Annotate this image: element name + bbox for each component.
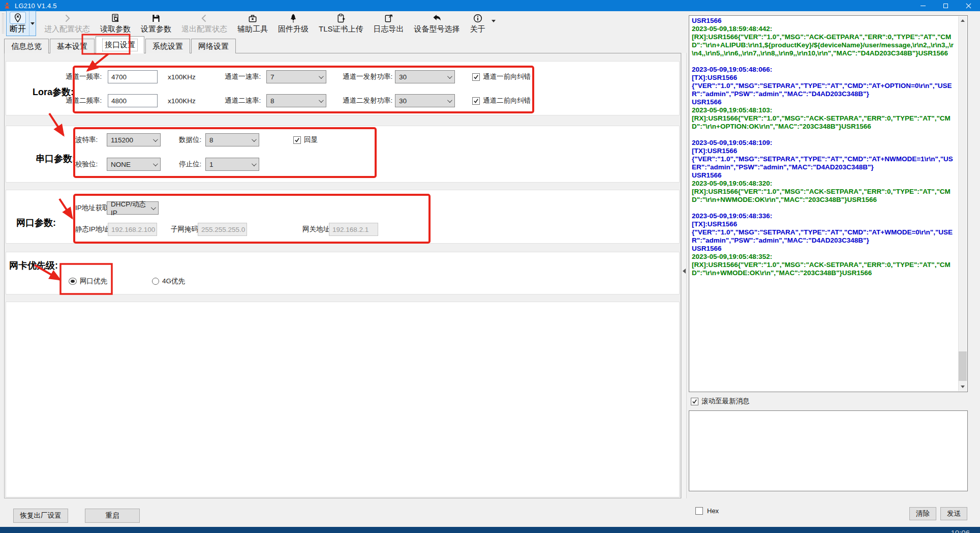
tab-network-settings[interactable]: 网络设置 — [191, 39, 236, 53]
send-input[interactable] — [689, 410, 968, 491]
app-window: LG210 V1.4.5 断开 — [0, 0, 980, 533]
stopbits-value: 1 — [209, 161, 213, 168]
send-button[interactable]: 发送 — [940, 507, 967, 520]
log-line: {"VER":"1.0","MSG":"SETPARA","TYPE":"AT"… — [692, 228, 955, 245]
close-button[interactable] — [957, 0, 980, 11]
log-line: {"VER":"1.0","MSG":"SETPARA","TYPE":"AT"… — [692, 155, 955, 171]
echo-checkbox-row[interactable]: 回显 — [293, 133, 318, 146]
tab-label: 系统设置 — [152, 42, 183, 51]
tab-strip: 信息总览 基本设置 接口设置 系统设置 网络设置 — [4, 36, 237, 53]
scroll-up-button[interactable] — [959, 16, 967, 25]
echo-checkbox[interactable] — [293, 136, 301, 144]
ethernet-priority-radio-row[interactable]: 网口优先 — [69, 275, 107, 288]
tab-interface-settings[interactable]: 接口设置 — [96, 36, 144, 53]
ch1-fec-checkbox[interactable] — [472, 73, 480, 81]
read-params-icon — [110, 13, 120, 23]
log-line: [TX]:USR1566 — [692, 147, 955, 155]
disconnect-dropdown-arrow[interactable] — [29, 11, 36, 36]
tab-basic-settings[interactable]: 基本设置 — [50, 39, 95, 53]
scrollbar-thumb[interactable] — [959, 351, 967, 381]
tab-label: 接口设置 — [103, 39, 137, 51]
close-icon — [966, 3, 971, 9]
ch1-power-select[interactable]: 30 — [395, 70, 455, 83]
log-line: 2023-05-09,19:05:48:336: — [692, 212, 955, 220]
parity-select[interactable]: NONE — [107, 158, 161, 171]
chevron-down-icon — [153, 161, 158, 166]
toolbar-item-set-params[interactable]: 设置参数 — [136, 12, 176, 35]
clear-button[interactable]: 清除 — [909, 507, 936, 520]
lora-section: Lora参数: 通道一频率: 4700 x100KHz 通道一速率: 7 通道一… — [6, 61, 680, 115]
chevron-down-icon — [30, 22, 35, 25]
toolbar-item-label: 进入配置状态 — [44, 24, 90, 34]
statusbar: 10:06 — [0, 527, 980, 533]
toolbar-item-firmware-upgrade[interactable]: 固件升级 — [273, 12, 314, 35]
subnet-mask-input[interactable]: 255.255.255.0 — [198, 223, 247, 236]
toolbar-item-exit-config: 退出配置状态 — [176, 12, 232, 35]
section-title-serial: 串口参数: — [36, 153, 75, 165]
scroll-to-latest-label: 滚动至最新消息 — [701, 397, 750, 406]
chevron-down-icon — [319, 74, 324, 79]
chevron-down-icon — [252, 161, 257, 166]
ch1-fec-checkbox-row[interactable]: 通道一前向纠错 — [472, 70, 531, 83]
tab-info-overview[interactable]: 信息总览 — [4, 39, 49, 53]
ch2-rate-select[interactable]: 8 — [266, 94, 326, 107]
databits-label: 数据位: — [179, 133, 201, 146]
databits-select[interactable]: 8 — [205, 133, 259, 146]
echo-label: 回显 — [304, 135, 318, 144]
toolbar-item-aux-tools[interactable]: 辅助工具 — [232, 12, 273, 35]
chevron-down-icon — [252, 137, 257, 142]
stopbits-select[interactable]: 1 — [205, 158, 259, 171]
scroll-to-latest-row[interactable]: 滚动至最新消息 — [691, 397, 750, 406]
hex-label: Hex — [707, 507, 719, 515]
4g-priority-radio[interactable] — [152, 278, 159, 285]
panel-splitter[interactable] — [681, 53, 687, 498]
toolbar-item-about[interactable]: 关于 — [465, 12, 491, 35]
4g-priority-radio-row[interactable]: 4G优先 — [152, 275, 185, 288]
maximize-icon — [943, 4, 948, 8]
toolbar-item-read-params[interactable]: 读取参数 — [95, 12, 136, 35]
triangle-up-icon — [961, 19, 965, 22]
toolbar-item-label: 设备型号选择 — [414, 24, 460, 34]
ch2-fec-checkbox[interactable] — [472, 97, 480, 105]
parity-label: 校验位: — [75, 158, 98, 171]
minimize-button[interactable] — [911, 0, 934, 11]
log-line: 2023-05-09,19:05:48:066: — [692, 66, 955, 74]
hex-checkbox-row[interactable]: Hex — [695, 507, 719, 515]
gateway-input[interactable]: 192.168.2.1 — [329, 223, 378, 236]
static-ip-input[interactable]: 192.168.2.100 — [108, 223, 157, 236]
certificate-upload-icon — [336, 13, 346, 23]
ch2-power-select[interactable]: 30 — [395, 94, 455, 107]
toolbar-item-label: 断开 — [10, 24, 26, 35]
log-line: [TX]:USR1566 — [692, 220, 955, 228]
ip-mode-select[interactable]: DHCP/动态IP — [107, 201, 159, 215]
ch1-rate-select[interactable]: 7 — [266, 70, 326, 83]
rocket-icon — [288, 13, 298, 23]
reboot-button[interactable]: 重启 — [85, 509, 140, 523]
toolbar-item-log-export[interactable]: 日志导出 — [369, 12, 409, 35]
chevron-down-icon — [447, 98, 452, 103]
maximize-button[interactable] — [934, 0, 957, 11]
collapse-left-icon — [683, 269, 686, 274]
ch2-fec-checkbox-row[interactable]: 通道二前向纠错 — [472, 94, 531, 107]
factory-reset-button[interactable]: 恢复出厂设置 — [13, 509, 68, 523]
toolbar-disconnect-split-button[interactable]: 断开 — [6, 11, 36, 36]
log-output-area[interactable]: USR1566 2023-05-09,18:59:48:442: [RX]:US… — [689, 15, 968, 392]
log-line: 2023-05-09,19:05:48:109: — [692, 139, 955, 147]
log-line: {"VER":"1.0","MSG":"SETPARA","TYPE":"AT"… — [692, 82, 955, 98]
ethernet-priority-radio[interactable] — [69, 278, 77, 285]
ch1-power-label: 通道一发射功率: — [343, 70, 392, 83]
tab-system-settings[interactable]: 系统设置 — [145, 39, 190, 53]
log-scrollbar[interactable] — [958, 16, 967, 391]
log-lines: USR1566 2023-05-09,18:59:48:442: [RX]:US… — [692, 17, 955, 277]
log-line: [RX]:USR1566{"VER":"1.0","MSG":"ACK-GETP… — [692, 33, 955, 57]
scroll-to-latest-checkbox[interactable] — [691, 398, 698, 405]
ch1-freq-input[interactable]: 4700 — [108, 70, 158, 83]
ch2-freq-input[interactable]: 4800 — [108, 94, 158, 107]
scroll-down-button[interactable] — [959, 382, 967, 391]
toolbar-overflow-button[interactable] — [492, 22, 496, 32]
section-title-nic-priority: 网卡优先级: — [9, 259, 58, 272]
toolbar-item-device-model-select[interactable]: 设备型号选择 — [409, 12, 465, 35]
hex-checkbox[interactable] — [695, 507, 703, 515]
toolbar-item-tls-cert-upload[interactable]: TLS证书上传 — [314, 12, 369, 35]
baud-select[interactable]: 115200 — [107, 133, 161, 146]
